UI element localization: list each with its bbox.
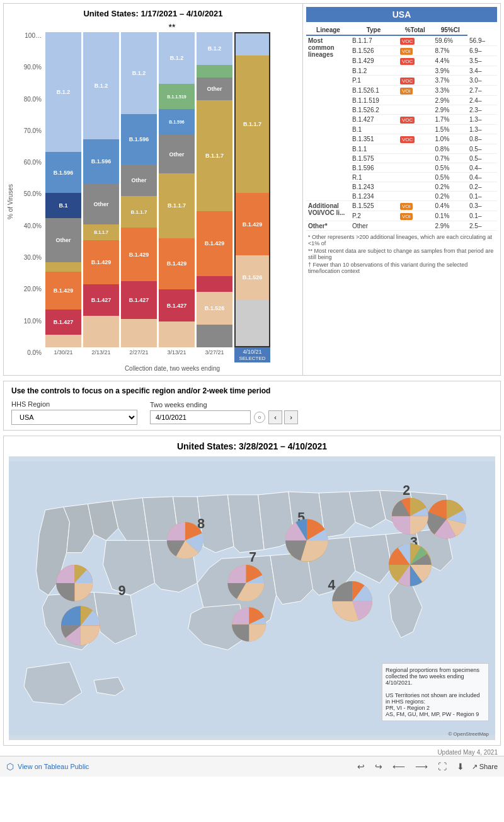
map-territories-text: US Territories not shown are included in… [386,692,485,717]
seg-b1596-0: B.1.596 [45,152,81,193]
map-section: United States: 3/28/2021 – 4/10/2021 [3,436,501,746]
footnote-dstar: ** Most recent data are subject to chang… [308,248,495,260]
type-b1351: VOC [397,134,433,144]
region-select[interactable]: USA Region 1 Region 2 Region 3 Region 4 … [11,410,137,425]
pie-region-5[interactable] [285,519,328,562]
date-reset-btn[interactable]: ○ [254,412,265,423]
bar-col-3[interactable]: B.1.2 B.1.1.519 B.1.596 Other B.1.1.7 B.… [159,32,195,347]
seg-b1526-4: B.1.526 [197,292,232,325]
forward-btn[interactable]: ⟶ [413,760,430,773]
ci-p2: 0.1– [467,211,497,221]
double-asterisk: ** [45,22,299,32]
type-b1 [397,125,433,134]
table-panel: USA Lineage Type %Total 95%CI Most commo… [303,4,500,375]
seg-b1596-1: B.1.596 [83,139,119,183]
ci-b1596: 0.4– [467,163,497,173]
seg-b1517-3: B.1.1.519 [159,84,195,110]
pct-b1351: 1.0% [433,134,467,144]
region-9-label: 9 [118,583,126,598]
download-btn[interactable]: ⬇ [454,760,467,773]
tableau-link[interactable]: ⬡ View on Tableau Public [6,761,89,772]
pct-r1: 0.5% [433,173,467,182]
bar-col-1[interactable]: B.1.2 B.1.596 Other B.1.1.7 B.1.429 B.1.… [83,32,119,347]
x-tick-1: 2/13/21 [83,347,119,362]
pie-region-3[interactable] [389,543,432,586]
seg-other-4: Other [197,78,232,100]
redo-btn[interactable]: ↪ [372,760,385,773]
type-b1526: VOI [397,46,433,56]
pct-b11: 0.8% [433,144,467,154]
date-prev-btn[interactable]: ‹ [268,410,282,424]
tableau-link-text[interactable]: View on Tableau Public [18,763,89,770]
date-input[interactable] [150,410,251,424]
ci-p1: 3.0– [467,76,497,86]
seg-b1526-5: B.1.526 [236,255,269,299]
lineage-p1: P.1 [350,76,397,86]
type-p1: VOC [397,76,433,86]
y-axis: 100… 90.0% 80.0% 70.0% 60.0% 50.0% 40.0%… [19,32,44,356]
attribution-name: OpenStreetMap [454,731,489,737]
ci-b1: 1.3– [467,125,497,134]
type-b12 [397,66,433,76]
table-title: USA [306,7,497,22]
back-btn[interactable]: ⟵ [390,760,408,773]
share-label[interactable]: Share [479,763,498,770]
ci-b11: 0.5– [467,144,497,154]
type-b1519 [397,96,433,105]
x-tick-4: 3/27/21 [197,347,232,362]
pie-region-2[interactable] [392,498,428,535]
lineage-other: Other [350,221,397,231]
lineage-b117: B.1.1.7 [350,35,397,46]
seg-b1596-3: B.1.596 [159,109,195,135]
bars-container: B.1.2 B.1.596 B.1 Other B.1.429 B.1.427 … [45,32,299,347]
pie-region-8[interactable] [167,522,203,559]
seg-b1429-2: B.1.429 [121,228,157,281]
bar-col-2[interactable]: B.1.2 B.1.596 Other B.1.1.7 B.1.429 B.1.… [121,32,157,347]
undo-btn[interactable]: ↩ [355,760,367,773]
lineage-b15261: B.1.526.1 [350,86,397,96]
pie-region-7[interactable] [227,565,264,601]
seg-b117-5: B.1.1.7 [236,55,269,193]
seg-b1526-0 [45,335,81,347]
seg-b1427-3: B.1.427 [159,289,195,321]
fullscreen-btn[interactable]: ⛶ [435,760,449,773]
date-nav: ‹ › [268,410,298,424]
lineage-b15262: B.1.526.2 [350,105,397,115]
bar-col-5[interactable]: B.1.1.7 B.1.429 B.1.526 [234,32,270,347]
seg-b12-0: B.1.2 [45,32,81,152]
type-b1429: VOC [397,56,433,66]
share-button[interactable]: ↗ Share [472,763,498,771]
seg-other-3: Other [159,135,195,173]
type-b1596 [397,163,433,173]
section-label-common: Most common lineages [306,35,350,201]
lineage-b1525: B.1.525 [350,201,397,211]
pct-b1234: 0.2% [433,192,467,201]
controls-section: Use the controls to focus on a specific … [3,381,501,431]
type-b1525: VOI [397,201,433,211]
svg-marker-28 [94,677,124,695]
pie-region-10[interactable] [56,565,93,601]
seg-other-0: Other [45,218,81,262]
x-tick-3: 3/13/21 [159,347,195,362]
bar-col-4[interactable]: B.1.2 Other B.1.1.7 B.1.429 B.1.526 [197,32,232,347]
seg-b1517-4 [197,65,232,78]
pie-region-9[interactable] [61,606,100,645]
x-axis: 1/30/21 2/13/21 2/27/21 3/13/21 3/27/21 … [45,347,299,362]
footnotes: * Other represents >200 additional linea… [306,234,497,274]
y-axis-label: % of Viruses [7,32,17,372]
lineage-b12: B.1.2 [350,66,397,76]
region-4-label: 4 [328,577,336,592]
seg-b1429-3: B.1.429 [159,238,195,290]
pie-region-4[interactable] [332,581,372,622]
map-container[interactable]: 1 2 3 4 5 6 7 8 9 10 [9,456,495,740]
seg-extra-5 [236,299,269,346]
region-7-label: 7 [249,550,256,564]
bar-col-0[interactable]: B.1.2 B.1.596 B.1 Other B.1.429 B.1.427 [45,32,81,347]
x-tick-5: 4/10/21SELECTED [234,347,270,362]
tableau-icon: ⬡ [6,761,14,772]
pct-b1429: 4.4% [433,56,467,66]
pie-region-6[interactable] [232,607,266,641]
ci-other: 2.5– [467,221,497,231]
date-next-btn[interactable]: › [284,410,298,424]
ci-b1519: 2.4– [467,96,497,105]
